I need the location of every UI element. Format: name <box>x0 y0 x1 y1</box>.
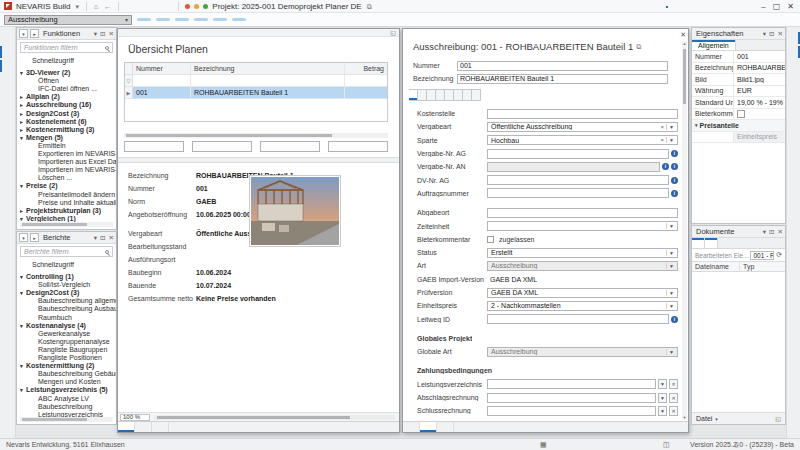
info-badge-icon[interactable]: i <box>662 163 669 170</box>
external-icon[interactable]: ⧉ <box>636 43 641 51</box>
form-input[interactable]: × ▼ <box>487 188 669 198</box>
tree-item[interactable]: Schnellzugriff <box>20 261 116 269</box>
chevron-down-icon[interactable]: ▼ <box>666 250 674 256</box>
sidebar-tool-icon[interactable] <box>0 73 15 87</box>
clear-icon[interactable]: × <box>661 137 665 143</box>
view-tab[interactable] <box>118 422 135 432</box>
sidebar-tool-icon[interactable] <box>787 45 800 59</box>
module-select[interactable]: Ausschreibung ▾ <box>4 15 132 25</box>
form-tab[interactable] <box>409 89 418 101</box>
sidebar-tool-icon[interactable] <box>787 31 800 45</box>
form-tab[interactable] <box>472 89 481 101</box>
app-caret-icon[interactable]: ▾ <box>75 2 81 11</box>
horizontal-scrollbar[interactable] <box>20 417 113 422</box>
chevron-down-icon[interactable]: ▼ <box>666 290 674 296</box>
pin-icon[interactable]: ⊡ <box>100 30 105 38</box>
ribbon-tab[interactable] <box>696 5 698 8</box>
column-header[interactable]: Betrag <box>345 63 387 74</box>
tree-item[interactable]: ▾Design2Cost (3) <box>20 289 116 297</box>
tree-item[interactable]: ABC Analyse LV <box>20 395 116 403</box>
clipboard-status-icon[interactable]: ▯ <box>735 441 739 449</box>
filter-cell[interactable] <box>345 75 387 86</box>
pin-icon[interactable]: ⊡ <box>769 228 774 236</box>
view-tab[interactable] <box>152 422 169 432</box>
collapse-closed-icon[interactable]: ▸ <box>30 233 39 242</box>
property-row[interactable]: Bieterkomme... <box>692 109 785 121</box>
horizontal-scrollbar[interactable] <box>124 133 388 138</box>
tree-item[interactable]: IFC-Datei öffnen ... <box>20 85 116 93</box>
action-button[interactable] <box>232 18 246 21</box>
tree-item[interactable]: ▾Vergleichen (1) <box>20 215 116 222</box>
info-badge-icon[interactable]: i <box>671 163 678 170</box>
chevron-down-icon[interactable]: ▼ <box>666 137 674 143</box>
sidebar-tool-icon[interactable] <box>0 336 15 350</box>
tree-item[interactable]: ▸Design2Cost (3) <box>20 110 116 118</box>
dropdown-button[interactable]: ▼ <box>658 393 667 403</box>
form-input[interactable]: Öffentliche Ausschreibung × ▼ <box>487 122 678 132</box>
table-action-button[interactable] <box>260 141 320 152</box>
form-input[interactable]: × ▼ <box>487 221 678 231</box>
tree-item[interactable]: Ermitteln <box>20 142 116 150</box>
form-input[interactable]: × ▼ <box>487 393 656 403</box>
form-input[interactable]: × ▼ <box>487 314 669 324</box>
filter-cell[interactable] <box>191 75 345 86</box>
chevron-down-icon[interactable]: ▼ <box>666 124 674 130</box>
tree-item[interactable]: ▾Kostenermittlung (2) <box>20 362 116 370</box>
tree-item[interactable]: ▸Ausschreibung (16) <box>20 101 116 109</box>
tree-item[interactable]: ▾Preise (2) <box>20 182 116 190</box>
form-input[interactable]: × ▼ <box>487 175 669 185</box>
property-row[interactable]: Währung EUR <box>692 86 785 98</box>
tree-item[interactable]: ▸Kostenelement (6) <box>20 118 116 126</box>
chevron-down-icon[interactable]: ▼ <box>666 263 674 269</box>
sidebar-tool-icon[interactable] <box>0 350 15 364</box>
form-tab[interactable] <box>436 89 445 101</box>
tree-item[interactable]: Baubeschreibung Gebäudestruktur <box>20 370 116 378</box>
tree-item[interactable]: Preise und Inhalte aktualisieren ... <box>20 199 116 207</box>
sidebar-tool-icon[interactable] <box>787 59 800 73</box>
sidebar-tool-icon[interactable] <box>0 31 15 45</box>
form-input[interactable]: × ▼ <box>487 208 678 218</box>
ribbon-tab[interactable] <box>741 5 743 8</box>
tree-item[interactable]: ▸Allplan (2) <box>20 93 116 101</box>
checkbox[interactable] <box>487 236 494 243</box>
berichte-filter-input[interactable]: Berichte filtern <box>20 246 113 257</box>
close-icon[interactable]: ✕ <box>109 234 114 242</box>
close-icon[interactable]: ✕ <box>109 30 114 38</box>
form-tab[interactable] <box>454 89 463 101</box>
panel-menu-icon[interactable]: ▾ <box>94 234 97 242</box>
property-row[interactable]: Einheitspreis <box>692 132 785 144</box>
horizontal-scrollbar[interactable] <box>20 222 113 227</box>
tree-item[interactable]: Preisanteilmodell ändern ... <box>20 191 116 199</box>
sidebar-tool-icon[interactable] <box>787 73 800 87</box>
tree-item[interactable]: Baubeschreibung <box>20 403 116 411</box>
vertical-scrollbar[interactable]: ▲ ▼ <box>682 41 687 420</box>
dokumente-list[interactable] <box>692 272 785 412</box>
collapse-open-icon[interactable]: ▾ <box>19 233 28 242</box>
tree-item[interactable]: ▾Controlling (1) <box>20 273 116 281</box>
tree-item[interactable]: Gewerkeanalyse <box>20 330 116 338</box>
panel-menu-icon[interactable]: ▾ <box>763 228 766 236</box>
tree-item[interactable]: Mengen und Kosten <box>20 378 116 386</box>
sidebar-tool-icon[interactable] <box>0 45 15 59</box>
property-row[interactable]: Preisanteile <box>692 120 785 132</box>
view-tab[interactable] <box>420 422 437 432</box>
dropdown-button[interactable]: ▼ <box>658 379 667 389</box>
view-tab[interactable] <box>403 422 420 432</box>
bezeichnung-field[interactable]: ROHBAUARBEITEN Bauteil 1 <box>457 74 668 84</box>
clear-icon[interactable]: × <box>661 124 665 130</box>
scrollbar-thumb[interactable] <box>683 49 686 104</box>
panel-menu-icon[interactable]: ▾ <box>763 30 766 38</box>
tree-item[interactable]: ▸Kostenermittlung (3) <box>20 126 116 134</box>
tree-item[interactable]: Öffnen <box>20 77 116 85</box>
column-header[interactable]: Nummer <box>133 63 191 74</box>
close-icon[interactable]: ✕ <box>778 30 783 38</box>
action-button[interactable] <box>137 18 151 21</box>
property-row[interactable]: Nummer 001 <box>692 51 785 63</box>
zoom-level[interactable]: 100 % <box>120 414 150 421</box>
expand-icon[interactable]: ◱ <box>775 415 781 422</box>
action-button[interactable] <box>213 18 227 21</box>
property-row[interactable]: Bild Bild1.jpg <box>692 74 785 86</box>
close-icon[interactable]: ✕ <box>778 228 783 236</box>
ribbon-tab[interactable] <box>651 5 653 8</box>
form-input[interactable]: GAEB DA XML × ▼ <box>487 274 678 284</box>
